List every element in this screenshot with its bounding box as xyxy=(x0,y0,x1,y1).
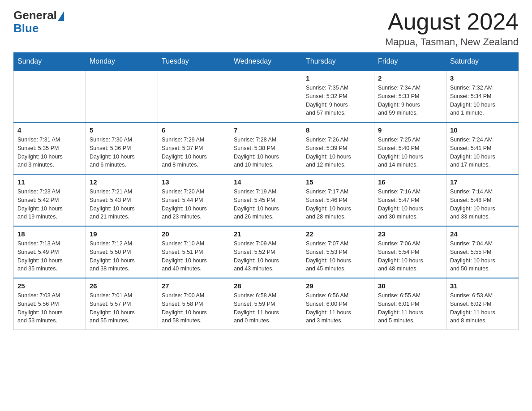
week-row-2: 4Sunrise: 7:31 AMSunset: 5:35 PMDaylight… xyxy=(14,122,519,174)
calendar-cell: 27Sunrise: 7:00 AMSunset: 5:58 PMDayligh… xyxy=(158,278,230,330)
calendar-cell: 1Sunrise: 7:35 AMSunset: 5:32 PMDaylight… xyxy=(302,70,374,122)
location-title: Mapua, Tasman, New Zealand xyxy=(385,36,519,48)
day-number: 23 xyxy=(378,230,442,238)
day-info: Sunrise: 7:13 AMSunset: 5:49 PMDaylight:… xyxy=(17,240,82,273)
day-number: 2 xyxy=(378,74,442,82)
calendar-cell: 16Sunrise: 7:16 AMSunset: 5:47 PMDayligh… xyxy=(374,174,446,226)
day-info: Sunrise: 7:19 AMSunset: 5:45 PMDaylight:… xyxy=(234,188,298,221)
day-info: Sunrise: 7:28 AMSunset: 5:38 PMDaylight:… xyxy=(234,136,298,169)
calendar-cell: 20Sunrise: 7:10 AMSunset: 5:51 PMDayligh… xyxy=(158,226,230,278)
day-number: 22 xyxy=(306,230,370,238)
calendar-cell: 31Sunrise: 6:53 AMSunset: 6:02 PMDayligh… xyxy=(446,278,519,330)
day-number: 12 xyxy=(90,178,154,186)
day-number: 9 xyxy=(378,126,442,134)
calendar-cell: 28Sunrise: 6:58 AMSunset: 5:59 PMDayligh… xyxy=(230,278,302,330)
day-info: Sunrise: 6:58 AMSunset: 5:59 PMDaylight:… xyxy=(234,291,298,325)
calendar-header-row: SundayMondayTuesdayWednesdayThursdayFrid… xyxy=(14,53,519,71)
day-info: Sunrise: 7:14 AMSunset: 5:48 PMDaylight:… xyxy=(450,188,515,221)
day-number: 27 xyxy=(162,282,226,290)
logo-text-blue: Blue xyxy=(13,21,39,35)
calendar-cell: 2Sunrise: 7:34 AMSunset: 5:33 PMDaylight… xyxy=(374,70,446,122)
calendar-cell xyxy=(14,70,86,122)
calendar-cell: 6Sunrise: 7:29 AMSunset: 5:37 PMDaylight… xyxy=(158,122,230,174)
calendar-cell: 30Sunrise: 6:55 AMSunset: 6:01 PMDayligh… xyxy=(374,278,446,330)
calendar-cell xyxy=(86,70,158,122)
day-info: Sunrise: 7:20 AMSunset: 5:44 PMDaylight:… xyxy=(162,188,226,221)
calendar-cell: 13Sunrise: 7:20 AMSunset: 5:44 PMDayligh… xyxy=(158,174,230,226)
column-header-tuesday: Tuesday xyxy=(158,53,230,71)
calendar-cell: 8Sunrise: 7:26 AMSunset: 5:39 PMDaylight… xyxy=(302,122,374,174)
day-number: 21 xyxy=(234,230,298,238)
day-info: Sunrise: 7:26 AMSunset: 5:39 PMDaylight:… xyxy=(306,136,370,169)
calendar-cell: 26Sunrise: 7:01 AMSunset: 5:57 PMDayligh… xyxy=(86,278,158,330)
day-number: 13 xyxy=(162,178,226,186)
day-number: 29 xyxy=(306,282,370,290)
day-number: 31 xyxy=(450,282,515,290)
day-number: 5 xyxy=(90,126,154,134)
calendar-cell: 3Sunrise: 7:32 AMSunset: 5:34 PMDaylight… xyxy=(446,70,519,122)
day-number: 11 xyxy=(17,178,82,186)
day-info: Sunrise: 7:34 AMSunset: 5:33 PMDaylight:… xyxy=(378,84,442,117)
column-header-thursday: Thursday xyxy=(302,53,374,71)
day-number: 10 xyxy=(450,126,515,134)
day-info: Sunrise: 7:03 AMSunset: 5:56 PMDaylight:… xyxy=(17,291,82,325)
day-number: 25 xyxy=(17,282,82,290)
day-number: 20 xyxy=(162,230,226,238)
column-header-friday: Friday xyxy=(374,53,446,71)
day-info: Sunrise: 7:25 AMSunset: 5:40 PMDaylight:… xyxy=(378,136,442,169)
column-header-saturday: Saturday xyxy=(446,53,519,71)
day-number: 7 xyxy=(234,126,298,134)
calendar-cell: 7Sunrise: 7:28 AMSunset: 5:38 PMDaylight… xyxy=(230,122,302,174)
logo-triangle-icon xyxy=(58,11,64,21)
calendar-cell: 25Sunrise: 7:03 AMSunset: 5:56 PMDayligh… xyxy=(14,278,86,330)
day-info: Sunrise: 6:53 AMSunset: 6:02 PMDaylight:… xyxy=(450,291,515,325)
day-number: 15 xyxy=(306,178,370,186)
calendar-cell: 14Sunrise: 7:19 AMSunset: 5:45 PMDayligh… xyxy=(230,174,302,226)
calendar-cell: 21Sunrise: 7:09 AMSunset: 5:52 PMDayligh… xyxy=(230,226,302,278)
column-header-sunday: Sunday xyxy=(14,53,86,71)
day-number: 16 xyxy=(378,178,442,186)
column-header-monday: Monday xyxy=(86,53,158,71)
day-info: Sunrise: 7:09 AMSunset: 5:52 PMDaylight:… xyxy=(234,240,298,273)
calendar-cell: 12Sunrise: 7:21 AMSunset: 5:43 PMDayligh… xyxy=(86,174,158,226)
day-info: Sunrise: 7:01 AMSunset: 5:57 PMDaylight:… xyxy=(90,291,154,325)
day-number: 28 xyxy=(234,282,298,290)
day-number: 8 xyxy=(306,126,370,134)
day-info: Sunrise: 7:32 AMSunset: 5:34 PMDaylight:… xyxy=(450,84,515,117)
calendar-cell: 4Sunrise: 7:31 AMSunset: 5:35 PMDaylight… xyxy=(14,122,86,174)
calendar-cell: 17Sunrise: 7:14 AMSunset: 5:48 PMDayligh… xyxy=(446,174,519,226)
calendar-cell: 10Sunrise: 7:24 AMSunset: 5:41 PMDayligh… xyxy=(446,122,519,174)
logo: General Blue xyxy=(13,9,64,34)
day-info: Sunrise: 7:06 AMSunset: 5:54 PMDaylight:… xyxy=(378,240,442,273)
day-number: 18 xyxy=(17,230,82,238)
page-header: General Blue August 2024 Mapua, Tasman, … xyxy=(13,9,519,48)
day-number: 30 xyxy=(378,282,442,290)
week-row-5: 25Sunrise: 7:03 AMSunset: 5:56 PMDayligh… xyxy=(14,278,519,330)
day-number: 6 xyxy=(162,126,226,134)
calendar-cell: 15Sunrise: 7:17 AMSunset: 5:46 PMDayligh… xyxy=(302,174,374,226)
calendar-cell xyxy=(230,70,302,122)
calendar-cell: 18Sunrise: 7:13 AMSunset: 5:49 PMDayligh… xyxy=(14,226,86,278)
day-number: 14 xyxy=(234,178,298,186)
day-info: Sunrise: 7:29 AMSunset: 5:37 PMDaylight:… xyxy=(162,136,226,169)
day-info: Sunrise: 7:31 AMSunset: 5:35 PMDaylight:… xyxy=(17,136,82,169)
day-info: Sunrise: 7:12 AMSunset: 5:50 PMDaylight:… xyxy=(90,240,154,273)
day-info: Sunrise: 7:16 AMSunset: 5:47 PMDaylight:… xyxy=(378,188,442,221)
calendar-cell: 23Sunrise: 7:06 AMSunset: 5:54 PMDayligh… xyxy=(374,226,446,278)
calendar-cell: 22Sunrise: 7:07 AMSunset: 5:53 PMDayligh… xyxy=(302,226,374,278)
calendar-cell: 11Sunrise: 7:23 AMSunset: 5:42 PMDayligh… xyxy=(14,174,86,226)
calendar-cell xyxy=(158,70,230,122)
logo-text-general: General xyxy=(13,9,57,22)
calendar-cell: 29Sunrise: 6:56 AMSunset: 6:00 PMDayligh… xyxy=(302,278,374,330)
month-title: August 2024 xyxy=(385,9,519,34)
day-number: 3 xyxy=(450,74,515,82)
day-info: Sunrise: 7:07 AMSunset: 5:53 PMDaylight:… xyxy=(306,240,370,273)
day-number: 4 xyxy=(17,126,82,134)
day-number: 1 xyxy=(306,74,370,82)
week-row-4: 18Sunrise: 7:13 AMSunset: 5:49 PMDayligh… xyxy=(14,226,519,278)
day-info: Sunrise: 6:55 AMSunset: 6:01 PMDaylight:… xyxy=(378,291,442,325)
day-info: Sunrise: 7:24 AMSunset: 5:41 PMDaylight:… xyxy=(450,136,515,169)
day-info: Sunrise: 7:00 AMSunset: 5:58 PMDaylight:… xyxy=(162,291,226,325)
day-info: Sunrise: 7:35 AMSunset: 5:32 PMDaylight:… xyxy=(306,84,370,117)
title-section: August 2024 Mapua, Tasman, New Zealand xyxy=(385,9,519,48)
